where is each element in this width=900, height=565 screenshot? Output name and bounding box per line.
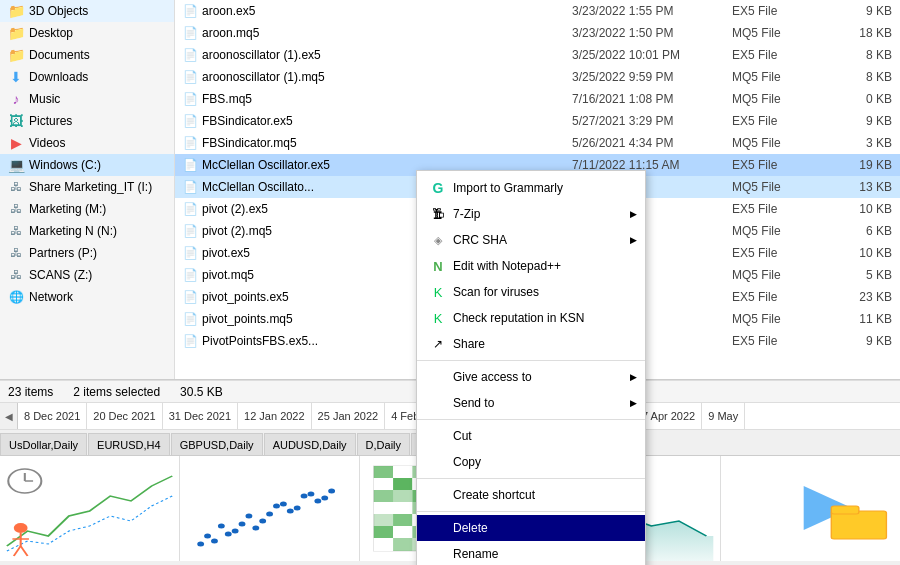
file-size: 10 KB [832,246,892,260]
svg-rect-81 [393,538,412,551]
timeline-item[interactable]: 12 Jan 2022 [238,402,312,430]
kaspersky-icon: K [429,309,447,327]
sidebar: 📁 3D Objects📁 Desktop📁 Documents⬇ Downlo… [0,0,175,379]
svg-rect-56 [374,502,393,514]
timeline-item[interactable]: 31 Dec 2021 [163,402,238,430]
svg-point-10 [204,534,211,539]
sidebar-label-desktop: Desktop [29,26,73,40]
sidebar-item-windows-c[interactable]: 💻 Windows (C:) [0,154,174,176]
svg-point-15 [273,504,280,509]
sidebar-label-videos: Videos [29,136,65,150]
sidebar-item-marketing-m[interactable]: 🖧 Marketing (M:) [0,198,174,220]
sidebar-item-network[interactable]: 🌐 Network [0,286,174,308]
file-type: EX5 File [732,246,832,260]
context-menu-item-scan-viruses[interactable]: KScan for viruses [417,279,645,305]
svg-rect-49 [393,490,412,502]
file-type: EX5 File [732,290,832,304]
tab-item[interactable]: D,Daily [357,433,410,455]
timeline-scroll-left[interactable]: ◀ [0,402,18,430]
status-selected: 2 items selected [73,385,160,399]
sidebar-item-pictures[interactable]: 🖼 Pictures [0,110,174,132]
file-type: EX5 File [732,334,832,348]
sidebar-item-marketing-n[interactable]: 🖧 Marketing N (N:) [0,220,174,242]
svg-point-20 [239,522,246,527]
context-menu-separator [417,419,645,420]
table-row[interactable]: 📄 aroonoscillator (1).ex5 3/25/2022 10:0… [175,44,900,66]
sidebar-item-videos[interactable]: ▶ Videos [0,132,174,154]
context-menu-item-7zip[interactable]: 🗜7-Zip [417,201,645,227]
file-name: pivot (2).ex5 [202,202,268,216]
timeline-item[interactable]: 9 May [702,402,745,430]
tab-item[interactable]: GBPUSD,Daily [171,433,263,455]
tab-item[interactable]: EURUSD,H4 [88,433,170,455]
file-size: 9 KB [832,114,892,128]
table-row[interactable]: 📄 FBSindicator.ex5 5/27/2021 3:29 PM EX5… [175,110,900,132]
table-row[interactable]: 📄 aroon.mq5 3/23/2022 1:50 PM MQ5 File 1… [175,22,900,44]
svg-rect-72 [374,526,393,538]
context-menu-item-send-to[interactable]: Send to [417,390,645,416]
ctx-label-rename: Rename [453,547,498,561]
file-size: 9 KB [832,334,892,348]
empty-icon [429,545,447,563]
table-row[interactable]: 📄 FBS.mq5 7/16/2021 1:08 PM MQ5 File 0 K… [175,88,900,110]
table-row[interactable]: 📄 aroonoscillator (1).mq5 3/25/2022 9:59… [175,66,900,88]
file-name-cell: 📄 aroonoscillator (1).mq5 [183,70,572,84]
context-menu-item-copy[interactable]: Copy [417,449,645,475]
sidebar-item-partners-p[interactable]: 🖧 Partners (P:) [0,242,174,264]
context-menu-item-rename[interactable]: Rename [417,541,645,565]
chart-2[interactable] [180,456,360,561]
sidebar-icon-partners-p: 🖧 [8,245,24,261]
file-name: pivot (2).mq5 [202,224,272,238]
context-menu-item-import-grammarly[interactable]: GImport to Grammarly [417,175,645,201]
svg-point-11 [218,524,225,529]
file-name: aroonoscillator (1).ex5 [202,48,321,62]
sidebar-label-3d-objects: 3D Objects [29,4,88,18]
sidebar-item-scans-z[interactable]: 🖧 SCANS (Z:) [0,264,174,286]
context-menu-item-crc-sha[interactable]: ◈CRC SHA [417,227,645,253]
context-menu-item-give-access[interactable]: Give access to [417,364,645,390]
context-menu-item-cut[interactable]: Cut [417,423,645,449]
sidebar-item-documents[interactable]: 📁 Documents [0,44,174,66]
empty-icon [429,519,447,537]
timeline-item[interactable]: 25 Jan 2022 [312,402,386,430]
file-date: 3/23/2022 1:55 PM [572,4,732,18]
context-menu-item-delete[interactable]: Delete [417,515,645,541]
sidebar-icon-network: 🌐 [8,289,24,305]
svg-rect-92 [831,511,886,539]
file-icon: 📄 [183,180,198,194]
context-menu: GImport to Grammarly🗜7-Zip◈CRC SHANEdit … [416,170,646,565]
context-menu-separator [417,478,645,479]
context-menu-item-create-shortcut[interactable]: Create shortcut [417,482,645,508]
svg-rect-40 [374,478,393,490]
table-row[interactable]: 📄 FBSindicator.mq5 5/26/2021 4:34 PM MQ5… [175,132,900,154]
tab-item[interactable]: UsDollar,Daily [0,433,87,455]
context-menu-item-check-reputation[interactable]: KCheck reputation in KSN [417,305,645,331]
sidebar-item-3d-objects[interactable]: 📁 3D Objects [0,0,174,22]
file-name-cell: 📄 FBS.mq5 [183,92,572,106]
chart-1[interactable] [0,456,180,561]
file-icon: 📄 [183,312,198,326]
chart-5[interactable] [721,456,900,561]
file-icon: 📄 [183,224,198,238]
file-icon: 📄 [183,4,198,18]
svg-point-28 [197,542,204,547]
context-menu-separator [417,360,645,361]
sidebar-item-downloads[interactable]: ⬇ Downloads [0,66,174,88]
tab-item[interactable]: AUDUSD,Daily [264,433,356,455]
sidebar-item-share-marketing[interactable]: 🖧 Share Marketing_IT (I:) [0,176,174,198]
context-menu-item-share[interactable]: ↗Share [417,331,645,357]
ctx-label-give-access: Give access to [453,370,532,384]
sidebar-label-pictures: Pictures [29,114,72,128]
svg-point-25 [308,492,315,497]
sidebar-label-marketing-m: Marketing (M:) [29,202,106,216]
context-menu-item-edit-notepad[interactable]: NEdit with Notepad++ [417,253,645,279]
crc-icon: ◈ [429,231,447,249]
sidebar-item-music[interactable]: ♪ Music [0,88,174,110]
file-name-cell: 📄 FBSindicator.ex5 [183,114,572,128]
file-type: EX5 File [732,158,832,172]
timeline-item[interactable]: 8 Dec 2021 [18,402,87,430]
timeline-item[interactable]: 20 Dec 2021 [87,402,162,430]
file-name-cell: 📄 aroon.ex5 [183,4,572,18]
table-row[interactable]: 📄 aroon.ex5 3/23/2022 1:55 PM EX5 File 9… [175,0,900,22]
sidebar-item-desktop[interactable]: 📁 Desktop [0,22,174,44]
